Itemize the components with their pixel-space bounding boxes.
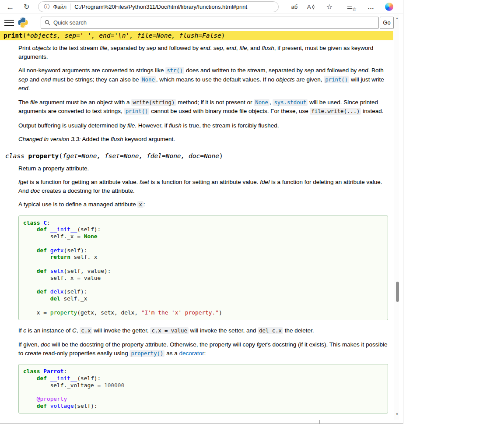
paragraph: Print objects to the text stream file, s…	[18, 44, 388, 61]
favorites-star: ☆	[352, 7, 357, 12]
search-input[interactable]	[53, 19, 375, 26]
browser-toolbar: ← ↻ ⓘ Файл C:/Program%20Files/Python311/…	[0, 0, 403, 14]
search-box[interactable]	[41, 17, 379, 29]
favorite-star-icon[interactable]: ☆	[326, 4, 332, 11]
favorites-lines	[347, 4, 352, 10]
address-separator	[70, 4, 70, 10]
python-logo-icon[interactable]	[18, 17, 28, 28]
copilot-logo-icon[interactable]	[385, 3, 393, 11]
paragraph: The file argument must be an object with…	[18, 98, 388, 116]
table-border-tick	[243, 420, 243, 424]
print-description: Print objects to the text stream file, s…	[18, 44, 388, 144]
read-aloud-waves	[311, 4, 316, 10]
more-options-icon[interactable]: …	[368, 4, 374, 10]
paragraph: If given, doc will be the docstring of t…	[18, 340, 388, 358]
translate-icon[interactable]: аб	[291, 4, 298, 10]
refresh-icon[interactable]: ↻	[24, 4, 29, 11]
print-signature: print(*objects, sep=' ', end='\n', file=…	[0, 31, 393, 40]
property-signature: class property(fget=None, fset=None, fde…	[0, 152, 393, 161]
search-icon	[45, 20, 50, 25]
browser-window: ← ↻ ⓘ Файл C:/Program%20Files/Python311/…	[0, 0, 403, 424]
read-aloud-letter: A	[307, 4, 311, 10]
paragraph: fget is a function for getting an attrib…	[18, 178, 388, 195]
page-info-icon[interactable]: ⓘ	[44, 3, 49, 11]
code-example-class-parrot: class Parrot: def __init__(self): self._…	[18, 364, 388, 413]
back-icon[interactable]: ←	[6, 3, 14, 11]
address-url[interactable]: C:/Program%20Files/Python311/Doc/html/li…	[74, 4, 247, 10]
code-example-class-c: class C: def __init__(self): self._x = N…	[18, 216, 388, 320]
scroll-down-icon[interactable]: ▼	[395, 413, 399, 416]
read-aloud-icon[interactable]: A	[307, 4, 316, 10]
address-file-label: Файл	[53, 4, 66, 10]
paragraph: Output buffering is usually determined b…	[18, 121, 388, 130]
paragraph: All non-keyword arguments are converted …	[18, 66, 388, 93]
property-description: Return a property attribute. fget is a f…	[18, 164, 388, 413]
scrollbar[interactable]: ▲ ▼	[395, 14, 399, 420]
paragraph: A typical use is to define a managed att…	[18, 200, 388, 209]
go-button[interactable]: Go	[380, 17, 394, 29]
docs-navbar: Go	[0, 14, 403, 31]
table-border-tick	[319, 420, 320, 424]
doc-content: print(*objects, sep=' ', end='\n', file=…	[0, 31, 393, 420]
paragraph: If c is an instance of C, c.x will invok…	[18, 326, 388, 336]
scroll-up-icon[interactable]: ▲	[395, 17, 399, 20]
table-border-tick	[124, 420, 124, 424]
favorites-icon[interactable]: ☆	[347, 4, 356, 11]
paragraph: Return a property attribute.	[18, 164, 388, 173]
window-bottom-border	[0, 423, 403, 424]
scrollbar-thumb[interactable]	[396, 282, 399, 302]
screen: ← ↻ ⓘ Файл C:/Program%20Files/Python311/…	[0, 0, 504, 424]
address-bar[interactable]: ⓘ Файл C:/Program%20Files/Python311/Doc/…	[38, 1, 279, 12]
menu-icon[interactable]	[4, 20, 14, 26]
version-changed-note: Changed in version 3.3: Added the flush …	[18, 135, 388, 144]
